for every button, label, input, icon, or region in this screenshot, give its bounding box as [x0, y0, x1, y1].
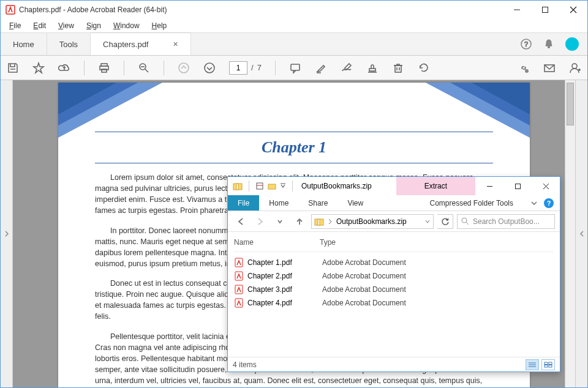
- account-avatar[interactable]: [565, 37, 579, 51]
- right-panel-toggle[interactable]: [575, 80, 587, 387]
- corner-decoration: [58, 83, 162, 138]
- nav-forward-button[interactable]: [252, 214, 268, 229]
- svg-rect-18: [369, 69, 375, 71]
- sign-icon[interactable]: [341, 62, 353, 74]
- ribbon-tab-share[interactable]: Share: [298, 195, 337, 211]
- svg-rect-36: [236, 184, 238, 190]
- svg-rect-56: [545, 362, 548, 365]
- zoom-icon[interactable]: [138, 62, 150, 74]
- explorer-file-list: Name Type Chapter 1.pdfAdobe Acrobat Doc…: [228, 232, 560, 357]
- toolbar: / 7: [1, 56, 587, 80]
- explorer-close-button[interactable]: [532, 177, 560, 195]
- highlight-icon[interactable]: [315, 62, 327, 74]
- explorer-nav: OutputBookmarks.zip Search OutputBoo...: [228, 211, 560, 232]
- menu-view[interactable]: View: [53, 20, 79, 31]
- search-box[interactable]: Search OutputBoo...: [457, 214, 555, 229]
- ribbon-expand-icon[interactable]: [530, 200, 538, 207]
- details-view-button[interactable]: [526, 359, 539, 370]
- explorer-window: OutputBookmarks.zip Extract File Home Sh…: [227, 176, 560, 372]
- tab-home[interactable]: Home: [1, 33, 47, 55]
- menu-edit[interactable]: Edit: [28, 20, 51, 31]
- address-bar[interactable]: OutputBookmarks.zip: [311, 214, 434, 229]
- page-up-icon[interactable]: [178, 62, 190, 74]
- cloud-upload-icon[interactable]: [58, 62, 70, 74]
- link-icon[interactable]: [518, 62, 530, 74]
- svg-rect-10: [102, 69, 107, 72]
- people-icon[interactable]: [569, 62, 581, 74]
- ribbon-tab-view[interactable]: View: [337, 195, 373, 211]
- svg-rect-16: [291, 64, 300, 70]
- column-headers[interactable]: Name Type: [234, 236, 554, 252]
- ribbon-tab-home[interactable]: Home: [259, 195, 298, 211]
- file-name: Chapter 3.pdf: [247, 285, 322, 294]
- svg-point-7: [548, 47, 550, 48]
- explorer-ribbon: File Home Share View Compressed Folder T…: [228, 195, 560, 211]
- explorer-statusbar: 4 items: [228, 357, 560, 371]
- explorer-title: OutputBookmarks.zip: [299, 182, 372, 190]
- pdf-file-icon: [234, 285, 244, 294]
- window-title: Chapters.pdf - Adobe Acrobat Reader (64-…: [19, 6, 167, 14]
- close-button[interactable]: [559, 1, 587, 19]
- column-type[interactable]: Type: [320, 238, 336, 247]
- tab-tools[interactable]: Tools: [47, 33, 91, 55]
- minimize-button[interactable]: [503, 1, 531, 19]
- quick-access-dropdown-icon[interactable]: [280, 182, 286, 190]
- file-name: Chapter 1.pdf: [247, 258, 322, 267]
- svg-point-47: [462, 218, 467, 223]
- titlebar: Chapters.pdf - Adobe Acrobat Reader (64-…: [1, 1, 587, 19]
- zip-folder-icon: [233, 181, 243, 191]
- ribbon-tab-compressed-tools[interactable]: Compressed Folder Tools: [418, 195, 524, 211]
- svg-rect-39: [268, 184, 276, 189]
- new-folder-icon[interactable]: [268, 182, 276, 190]
- ribbon-tab-file[interactable]: File: [228, 195, 259, 211]
- page-current-input[interactable]: [229, 61, 247, 75]
- bell-icon[interactable]: [543, 38, 554, 50]
- svg-point-14: [179, 63, 189, 73]
- explorer-maximize-button[interactable]: [503, 177, 532, 195]
- zip-folder-icon: [314, 217, 324, 226]
- explorer-minimize-button[interactable]: [475, 177, 503, 195]
- svg-rect-50: [235, 272, 243, 280]
- delete-icon[interactable]: [392, 62, 404, 74]
- page-total: 7: [257, 63, 262, 72]
- save-icon[interactable]: [7, 62, 19, 74]
- properties-icon[interactable]: [255, 182, 264, 190]
- vertical-scrollbar[interactable]: [565, 80, 575, 387]
- email-icon[interactable]: [543, 62, 556, 74]
- maximize-button[interactable]: [531, 1, 559, 19]
- menu-help[interactable]: Help: [147, 20, 172, 31]
- menu-window[interactable]: Window: [108, 20, 145, 31]
- svg-rect-51: [235, 285, 243, 294]
- chapter-heading: Chapter 1: [95, 138, 493, 157]
- file-type: Adobe Acrobat Document: [322, 258, 406, 267]
- nav-up-button[interactable]: [292, 214, 307, 229]
- nav-back-button[interactable]: [233, 214, 249, 229]
- file-row[interactable]: Chapter 3.pdfAdobe Acrobat Document: [234, 283, 554, 296]
- rotate-icon[interactable]: [418, 62, 430, 74]
- menu-file[interactable]: File: [4, 20, 26, 31]
- thumbnails-view-button[interactable]: [541, 359, 555, 370]
- left-panel-toggle[interactable]: [1, 80, 13, 387]
- menu-sign[interactable]: Sign: [81, 20, 106, 31]
- tab-document[interactable]: Chapters.pdf ×: [91, 32, 191, 55]
- pdf-file-icon: [234, 271, 244, 281]
- chevron-right-icon[interactable]: [328, 218, 333, 225]
- address-dropdown-icon[interactable]: [424, 218, 431, 225]
- refresh-button[interactable]: [437, 214, 453, 229]
- file-row[interactable]: Chapter 1.pdfAdobe Acrobat Document: [234, 256, 554, 269]
- ribbon-help-icon[interactable]: ?: [544, 198, 554, 208]
- svg-rect-20: [395, 65, 401, 72]
- stamp-icon[interactable]: [366, 62, 379, 74]
- comment-icon[interactable]: [289, 62, 301, 74]
- print-icon[interactable]: [98, 62, 110, 74]
- help-icon[interactable]: ?: [520, 38, 532, 50]
- breadcrumb-item[interactable]: OutputBookmarks.zip: [336, 217, 407, 226]
- page-down-icon[interactable]: [203, 62, 216, 74]
- file-row[interactable]: Chapter 4.pdfAdobe Acrobat Document: [234, 296, 554, 310]
- file-row[interactable]: Chapter 2.pdfAdobe Acrobat Document: [234, 269, 554, 283]
- file-type: Adobe Acrobat Document: [322, 272, 406, 280]
- tab-close-icon[interactable]: ×: [173, 39, 178, 49]
- star-icon[interactable]: [32, 62, 45, 74]
- nav-recent-dropdown[interactable]: [272, 214, 288, 229]
- column-name[interactable]: Name: [234, 238, 320, 247]
